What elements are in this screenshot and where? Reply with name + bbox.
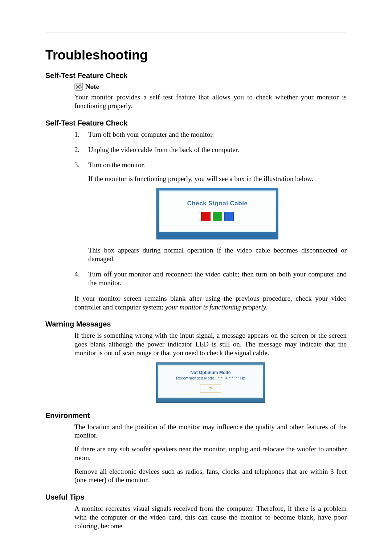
- environment-p3: Remove all electronic devices such as ra…: [74, 467, 347, 485]
- red-swatch: [201, 212, 211, 221]
- environment-heading: Environment: [45, 411, 347, 420]
- rgb-swatches: [164, 212, 271, 221]
- step-4: Turn off your monitor and reconnect the …: [74, 270, 347, 288]
- green-swatch: [213, 212, 222, 221]
- selftest-closing-b: your monitor is functioning properly.: [165, 303, 268, 311]
- optimum-foot: [158, 398, 263, 401]
- step-3-text: Turn on the monitor.: [88, 161, 145, 169]
- selftest1-intro: Your monitor provides a self test featur…: [74, 93, 347, 110]
- selftest-closing: If your monitor screen remains blank aft…: [74, 294, 347, 312]
- note-label: Note: [85, 83, 99, 91]
- environment-block: The location and the position of the mon…: [74, 423, 347, 485]
- step-3-sub2: This box appears during normal operation…: [88, 246, 347, 264]
- svg-rect-0: [75, 83, 83, 90]
- tips-block: A monitor recreates visual signals recei…: [74, 504, 347, 530]
- tips-heading: Useful Tips: [45, 493, 347, 501]
- figure-check-signal-cable: Check Signal Cable: [88, 188, 347, 239]
- document-page: Troubleshooting Self-Test Feature Check …: [0, 0, 392, 554]
- monitor-screen: Check Signal Cable: [159, 190, 276, 232]
- monitor-frame: Check Signal Cable: [156, 188, 278, 239]
- page-title: Troubleshooting: [45, 48, 347, 63]
- selftest-steps: Turn off both your computer and the moni…: [74, 130, 347, 288]
- note-row: Note: [74, 83, 347, 91]
- warning-block: If there is something wrong with the inp…: [74, 331, 347, 402]
- note-icon: [74, 83, 83, 91]
- figure-not-optimum: Not Optimum Mode Recommended Mode : ****…: [74, 362, 347, 403]
- selftest1-block: Note Your monitor provides a self test f…: [74, 83, 347, 110]
- optimum-line1: Not Optimum Mode: [162, 370, 259, 375]
- top-rule: [45, 33, 347, 33]
- tips-p1: A monitor recreates visual signals recei…: [74, 504, 347, 530]
- optimum-frame: Not Optimum Mode Recommended Mode : ****…: [156, 362, 265, 403]
- monitor-foot: [159, 232, 276, 237]
- step-3: Turn on the monitor. If the monitor is f…: [74, 161, 347, 263]
- warning-heading: Warning Messages: [45, 320, 347, 328]
- selftest-heading-1: Self-Test Feature Check: [45, 71, 347, 80]
- warning-p1: If there is something wrong with the inp…: [74, 331, 347, 357]
- selftest-heading-2: Self-Test Feature Check: [45, 119, 347, 127]
- environment-p1: The location and the position of the mon…: [74, 423, 347, 440]
- optimum-inner: Not Optimum Mode Recommended Mode : ****…: [158, 365, 263, 398]
- selftest2-block: Turn off both your computer and the moni…: [74, 130, 347, 312]
- step-3-sub1: If the monitor is functioning properly, …: [88, 175, 347, 183]
- blue-swatch: [224, 212, 234, 221]
- optimum-question-box: ?: [200, 385, 221, 393]
- environment-p2: If there are any sub woofer speakers nea…: [74, 445, 347, 462]
- check-signal-cable-label: Check Signal Cable: [164, 200, 271, 208]
- step-4-text: Turn off your monitor and reconnect the …: [88, 270, 347, 287]
- optimum-line2: Recommended Mode : **** X **** ** Hz: [162, 376, 259, 380]
- step-1-text: Turn off both your computer and the moni…: [88, 131, 214, 138]
- bottom-rule: [45, 523, 347, 523]
- step-2-text: Unplug the video cable from the back of …: [88, 146, 239, 153]
- step-2: Unplug the video cable from the back of …: [74, 145, 347, 154]
- step-1: Turn off both your computer and the moni…: [74, 130, 347, 139]
